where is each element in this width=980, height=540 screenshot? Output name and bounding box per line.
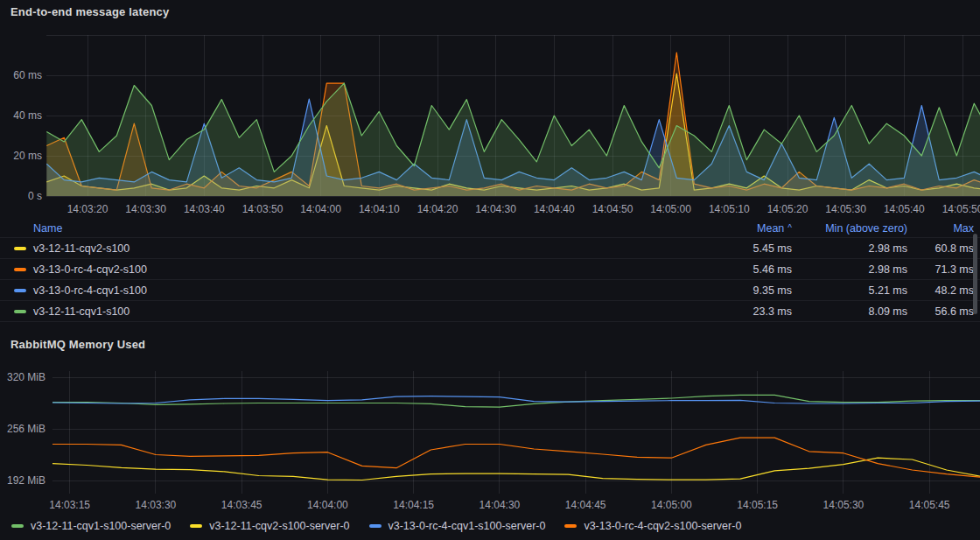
x-tick-label: 14:05:30 xyxy=(823,499,864,511)
series-line xyxy=(52,438,980,477)
y-tick-label: 0 s xyxy=(28,190,42,202)
mean-value: 23.3 ms xyxy=(687,305,792,318)
series-color-chip xyxy=(564,524,577,528)
legend-column-header-min-above-zero-[interactable]: Min (above zero) xyxy=(792,222,907,235)
x-tick-label: 14:03:40 xyxy=(184,203,225,215)
x-tick-label: 14:03:30 xyxy=(136,499,177,511)
memory-panel-title: RabbitMQ Memory Used xyxy=(10,338,145,351)
x-tick-label: 14:05:00 xyxy=(651,499,692,511)
series-toggle[interactable]: v3-13-0-rc-4-cqv1-s100-server-0 xyxy=(369,520,546,532)
series-toggle[interactable]: v3-13-0-rc-4-cqv1-s100 xyxy=(14,284,687,297)
x-tick-label: 14:05:15 xyxy=(737,499,778,511)
x-tick-label: 14:04:30 xyxy=(475,203,516,215)
max-value: 56.6 ms xyxy=(907,305,974,318)
series-plots xyxy=(46,53,980,196)
latency-panel-title: End-to-end message latency xyxy=(10,5,169,18)
series-line xyxy=(52,395,980,407)
series-color-chip xyxy=(14,310,26,313)
y-tick-label: 20 ms xyxy=(13,150,42,162)
legend-table-row: v3-12-11-cqv1-s10023.3 ms8.09 ms56.6 ms xyxy=(0,300,980,321)
y-tick-label: 192 MiB xyxy=(7,474,46,487)
latency-chart-canvas[interactable]: 14:03:2014:03:3014:03:4014:03:5014:04:00… xyxy=(0,0,980,219)
legend-table-header: NameMean^Min (above zero)Max xyxy=(0,219,980,237)
y-tick-label: 256 MiB xyxy=(7,423,46,435)
max-value: 60.8 ms xyxy=(907,242,974,255)
series-line xyxy=(52,458,980,480)
series-name: v3-13-0-rc-4-cqv2-s100 xyxy=(33,263,147,276)
series-toggle[interactable]: v3-12-11-cqv2-s100-server-0 xyxy=(190,520,349,532)
min-value: 8.09 ms xyxy=(792,305,907,318)
series-toggle[interactable]: v3-12-11-cqv2-s100 xyxy=(14,242,687,255)
series-color-chip xyxy=(14,289,26,292)
x-tick-label: 14:05:50 xyxy=(942,203,980,215)
series-name: v3-12-11-cqv1-s100 xyxy=(33,305,130,318)
mean-value: 5.45 ms xyxy=(687,242,792,255)
legend-column-header-max[interactable]: Max xyxy=(907,222,974,235)
min-value: 5.21 ms xyxy=(792,284,907,297)
x-tick-label: 14:03:20 xyxy=(67,203,108,215)
max-value: 71.3 ms xyxy=(907,263,974,276)
series-toggle[interactable]: v3-12-11-cqv1-s100 xyxy=(14,305,687,318)
series-name: v3-13-0-rc-4-cqv1-s100 xyxy=(33,284,147,297)
legend-column-header-mean[interactable]: Mean^ xyxy=(687,222,792,235)
max-value: 48.2 ms xyxy=(907,284,974,297)
series-name: v3-13-0-rc-4-cqv2-s100-server-0 xyxy=(584,520,741,532)
legend-table-row: v3-13-0-rc-4-cqv1-s1009.35 ms5.21 ms48.2… xyxy=(0,279,980,300)
y-tick-label: 60 ms xyxy=(13,69,42,81)
mean-value: 5.46 ms xyxy=(687,263,792,276)
min-value: 2.98 ms xyxy=(792,242,907,255)
legend-table-body: v3-12-11-cqv2-s1005.45 ms2.98 ms60.8 msv… xyxy=(0,237,980,321)
x-tick-label: 14:05:10 xyxy=(709,203,750,215)
gridlines xyxy=(52,371,980,494)
x-tick-label: 14:04:40 xyxy=(534,203,575,215)
legend-table-scrollbar[interactable] xyxy=(973,234,977,314)
y-tick-label: 320 MiB xyxy=(7,371,46,383)
memory-legend: v3-12-11-cqv1-s100-server-0v3-12-11-cqv2… xyxy=(11,520,741,532)
legend-column-header-name[interactable]: Name xyxy=(14,222,687,235)
series-color-chip xyxy=(369,524,382,528)
y-tick-label: 40 ms xyxy=(13,109,42,122)
x-tick-label: 14:05:30 xyxy=(825,203,866,215)
series-toggle[interactable]: v3-13-0-rc-4-cqv2-s100 xyxy=(14,263,687,276)
min-value: 2.98 ms xyxy=(792,263,907,276)
series-color-chip xyxy=(14,268,26,271)
memory-chart-canvas[interactable]: 14:03:1514:03:3014:03:4514:04:0014:04:15… xyxy=(0,341,980,516)
x-tick-label: 14:04:45 xyxy=(565,499,606,511)
x-tick-label: 14:05:00 xyxy=(650,203,691,215)
series-plots xyxy=(52,395,980,480)
series-color-chip xyxy=(11,524,24,528)
x-tick-label: 14:03:50 xyxy=(242,203,284,215)
x-tick-label: 14:05:45 xyxy=(909,499,950,511)
x-tick-label: 14:05:20 xyxy=(767,203,808,215)
x-tick-label: 14:05:40 xyxy=(884,203,925,215)
x-tick-label: 14:04:15 xyxy=(393,499,434,511)
x-tick-label: 14:04:50 xyxy=(592,203,634,215)
series-color-chip xyxy=(14,247,26,250)
x-tick-label: 14:04:10 xyxy=(359,203,400,215)
series-color-chip xyxy=(190,524,202,528)
series-name: v3-13-0-rc-4-cqv1-s100-server-0 xyxy=(388,520,546,532)
x-tick-label: 14:04:30 xyxy=(480,499,521,511)
x-tick-label: 14:03:45 xyxy=(221,499,262,511)
series-toggle[interactable]: v3-13-0-rc-4-cqv2-s100-server-0 xyxy=(564,520,741,532)
latency-legend-table: NameMean^Min (above zero)Max v3-12-11-cq… xyxy=(0,219,980,322)
legend-table-row: v3-12-11-cqv2-s1005.45 ms2.98 ms60.8 ms xyxy=(0,237,980,258)
sort-ascending-icon: ^ xyxy=(788,223,792,233)
x-tick-label: 14:04:00 xyxy=(300,203,341,215)
series-name: v3-12-11-cqv2-s100-server-0 xyxy=(209,520,349,532)
series-toggle[interactable]: v3-12-11-cqv1-s100-server-0 xyxy=(11,520,171,532)
axis-labels: 14:03:1514:03:3014:03:4514:04:0014:04:15… xyxy=(7,371,950,511)
x-tick-label: 14:03:30 xyxy=(125,203,166,215)
series-name: v3-12-11-cqv2-s100 xyxy=(33,242,130,255)
x-tick-label: 14:03:15 xyxy=(49,499,90,511)
mean-value: 9.35 ms xyxy=(687,284,792,297)
x-tick-label: 14:04:20 xyxy=(417,203,458,215)
x-tick-label: 14:04:00 xyxy=(307,499,348,511)
legend-table-row: v3-13-0-rc-4-cqv2-s1005.46 ms2.98 ms71.3… xyxy=(0,258,980,279)
series-name: v3-12-11-cqv1-s100-server-0 xyxy=(31,520,171,532)
